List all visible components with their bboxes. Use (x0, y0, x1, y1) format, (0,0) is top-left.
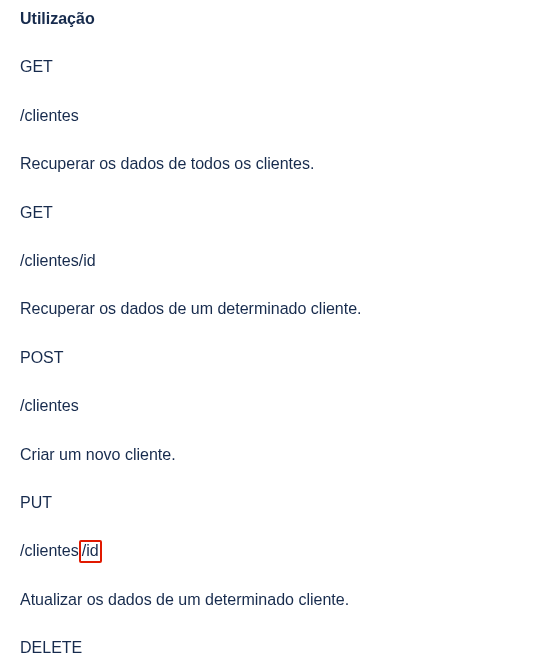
path-param-highlight: /id (79, 540, 102, 562)
endpoint-description: Atualizar os dados de um determinado cli… (20, 589, 523, 611)
endpoint-path: /clientes/id (20, 540, 523, 562)
endpoint-path: /clientes/id (20, 250, 523, 272)
endpoint-path: /clientes (20, 395, 523, 417)
endpoint-description: Recuperar os dados de todos os clientes. (20, 153, 523, 175)
endpoint-path: /clientes (20, 105, 523, 127)
http-method: POST (20, 347, 523, 369)
http-method: GET (20, 56, 523, 78)
http-method: GET (20, 202, 523, 224)
endpoint-description: Criar um novo cliente. (20, 444, 523, 466)
http-method: DELETE (20, 637, 523, 659)
http-method: PUT (20, 492, 523, 514)
section-heading: Utilização (20, 8, 523, 30)
endpoint-description: Recuperar os dados de um determinado cli… (20, 298, 523, 320)
path-prefix: /clientes (20, 542, 79, 559)
